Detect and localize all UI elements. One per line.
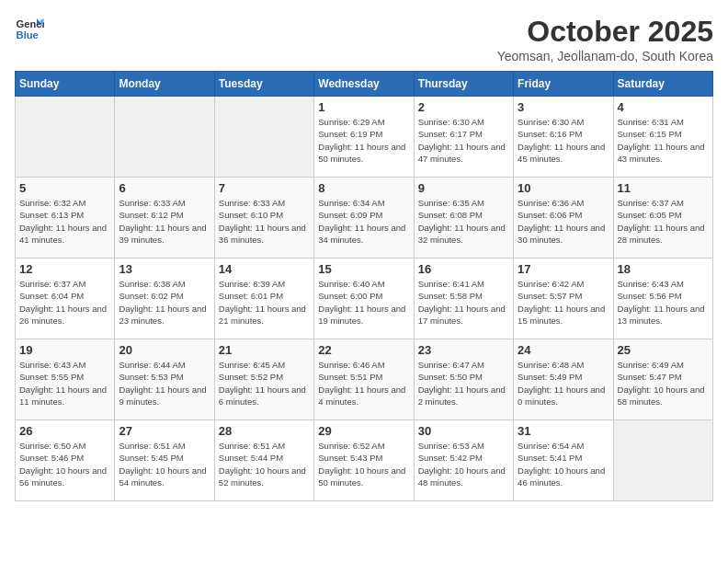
day-number: 3: [518, 100, 609, 114]
calendar-cell: 22Sunrise: 6:46 AMSunset: 5:51 PMDayligh…: [314, 339, 414, 420]
day-info: Sunrise: 6:33 AMSunset: 6:10 PMDaylight:…: [219, 197, 310, 246]
calendar-cell: 7Sunrise: 6:33 AMSunset: 6:10 PMDaylight…: [214, 178, 313, 259]
day-info: Sunrise: 6:48 AMSunset: 5:49 PMDaylight:…: [518, 359, 609, 408]
day-info: Sunrise: 6:37 AMSunset: 6:05 PMDaylight:…: [618, 197, 709, 246]
day-number: 11: [618, 181, 709, 195]
day-number: 28: [219, 424, 310, 438]
logo-icon: General Blue: [15, 15, 44, 44]
title-block: October 2025 Yeomsan, Jeollanam-do, Sout…: [497, 15, 713, 63]
page-header: General Blue October 2025 Yeomsan, Jeoll…: [15, 15, 713, 63]
weekday-header-friday: Friday: [514, 72, 613, 97]
day-info: Sunrise: 6:45 AMSunset: 5:52 PMDaylight:…: [219, 359, 310, 408]
day-info: Sunrise: 6:39 AMSunset: 6:01 PMDaylight:…: [219, 278, 310, 327]
day-number: 5: [19, 181, 110, 195]
day-info: Sunrise: 6:40 AMSunset: 6:00 PMDaylight:…: [318, 278, 409, 327]
day-number: 24: [518, 343, 609, 357]
day-info: Sunrise: 6:38 AMSunset: 6:02 PMDaylight:…: [119, 278, 210, 327]
day-number: 12: [19, 262, 110, 276]
calendar-cell: 15Sunrise: 6:40 AMSunset: 6:00 PMDayligh…: [314, 259, 414, 339]
calendar-table: SundayMondayTuesdayWednesdayThursdayFrid…: [15, 71, 713, 501]
day-number: 27: [119, 424, 210, 438]
day-number: 8: [318, 181, 409, 195]
calendar-cell: 5Sunrise: 6:32 AMSunset: 6:13 PMDaylight…: [16, 178, 115, 259]
calendar-cell: 25Sunrise: 6:49 AMSunset: 5:47 PMDayligh…: [613, 339, 712, 420]
calendar-cell: 30Sunrise: 6:53 AMSunset: 5:42 PMDayligh…: [414, 420, 513, 501]
calendar-cell: 20Sunrise: 6:44 AMSunset: 5:53 PMDayligh…: [115, 339, 214, 420]
day-info: Sunrise: 6:36 AMSunset: 6:06 PMDaylight:…: [518, 197, 609, 246]
day-number: 1: [318, 100, 409, 114]
day-number: 21: [219, 343, 310, 357]
day-number: 16: [418, 262, 509, 276]
day-info: Sunrise: 6:43 AMSunset: 5:55 PMDaylight:…: [19, 359, 110, 408]
day-number: 6: [119, 181, 210, 195]
day-info: Sunrise: 6:34 AMSunset: 6:09 PMDaylight:…: [318, 197, 409, 246]
logo: General Blue: [15, 15, 44, 44]
weekday-header-monday: Monday: [115, 72, 214, 97]
day-info: Sunrise: 6:31 AMSunset: 6:15 PMDaylight:…: [618, 116, 709, 165]
day-number: 2: [418, 100, 509, 114]
day-info: Sunrise: 6:46 AMSunset: 5:51 PMDaylight:…: [318, 359, 409, 408]
weekday-header-tuesday: Tuesday: [214, 72, 313, 97]
day-number: 9: [418, 181, 509, 195]
calendar-cell: 16Sunrise: 6:41 AMSunset: 5:58 PMDayligh…: [414, 259, 513, 339]
calendar-cell: 6Sunrise: 6:33 AMSunset: 6:12 PMDaylight…: [115, 178, 214, 259]
weekday-header-sunday: Sunday: [16, 72, 115, 97]
day-info: Sunrise: 6:30 AMSunset: 6:16 PMDaylight:…: [518, 116, 609, 165]
calendar-cell: 17Sunrise: 6:42 AMSunset: 5:57 PMDayligh…: [514, 259, 613, 339]
day-number: 26: [19, 424, 110, 438]
day-info: Sunrise: 6:33 AMSunset: 6:12 PMDaylight:…: [119, 197, 210, 246]
calendar-cell: 31Sunrise: 6:54 AMSunset: 5:41 PMDayligh…: [514, 420, 613, 501]
location-subtitle: Yeomsan, Jeollanam-do, South Korea: [497, 49, 713, 63]
day-info: Sunrise: 6:41 AMSunset: 5:58 PMDaylight:…: [418, 278, 509, 327]
day-info: Sunrise: 6:51 AMSunset: 5:44 PMDaylight:…: [219, 440, 310, 488]
day-number: 15: [318, 262, 409, 276]
day-info: Sunrise: 6:51 AMSunset: 5:45 PMDaylight:…: [119, 440, 210, 488]
day-number: 14: [219, 262, 310, 276]
weekday-header-wednesday: Wednesday: [314, 72, 414, 97]
calendar-cell: 1Sunrise: 6:29 AMSunset: 6:19 PMDaylight…: [314, 97, 414, 178]
calendar-cell: 8Sunrise: 6:34 AMSunset: 6:09 PMDaylight…: [314, 178, 414, 259]
day-number: 20: [119, 343, 210, 357]
calendar-cell: 18Sunrise: 6:43 AMSunset: 5:56 PMDayligh…: [613, 259, 712, 339]
day-info: Sunrise: 6:29 AMSunset: 6:19 PMDaylight:…: [318, 116, 409, 165]
day-number: 18: [618, 262, 709, 276]
calendar-cell: 29Sunrise: 6:52 AMSunset: 5:43 PMDayligh…: [314, 420, 414, 501]
day-info: Sunrise: 6:30 AMSunset: 6:17 PMDaylight:…: [418, 116, 509, 165]
day-info: Sunrise: 6:49 AMSunset: 5:47 PMDaylight:…: [618, 359, 709, 408]
day-number: 13: [119, 262, 210, 276]
calendar-cell: [115, 97, 214, 178]
day-info: Sunrise: 6:54 AMSunset: 5:41 PMDaylight:…: [518, 440, 609, 488]
calendar-cell: 28Sunrise: 6:51 AMSunset: 5:44 PMDayligh…: [214, 420, 313, 501]
day-number: 25: [618, 343, 709, 357]
day-number: 23: [418, 343, 509, 357]
month-title: October 2025: [497, 15, 713, 49]
day-number: 22: [318, 343, 409, 357]
calendar-cell: 3Sunrise: 6:30 AMSunset: 6:16 PMDaylight…: [514, 97, 613, 178]
calendar-cell: 14Sunrise: 6:39 AMSunset: 6:01 PMDayligh…: [214, 259, 313, 339]
calendar-cell: 24Sunrise: 6:48 AMSunset: 5:49 PMDayligh…: [514, 339, 613, 420]
calendar-cell: 9Sunrise: 6:35 AMSunset: 6:08 PMDaylight…: [414, 178, 513, 259]
weekday-header-thursday: Thursday: [414, 72, 513, 97]
calendar-cell: [214, 97, 313, 178]
day-info: Sunrise: 6:37 AMSunset: 6:04 PMDaylight:…: [19, 278, 110, 327]
day-number: 29: [318, 424, 409, 438]
day-info: Sunrise: 6:43 AMSunset: 5:56 PMDaylight:…: [618, 278, 709, 327]
calendar-cell: 10Sunrise: 6:36 AMSunset: 6:06 PMDayligh…: [514, 178, 613, 259]
day-info: Sunrise: 6:44 AMSunset: 5:53 PMDaylight:…: [119, 359, 210, 408]
calendar-cell: 19Sunrise: 6:43 AMSunset: 5:55 PMDayligh…: [16, 339, 115, 420]
day-number: 17: [518, 262, 609, 276]
day-info: Sunrise: 6:47 AMSunset: 5:50 PMDaylight:…: [418, 359, 509, 408]
day-info: Sunrise: 6:50 AMSunset: 5:46 PMDaylight:…: [19, 440, 110, 488]
day-number: 7: [219, 181, 310, 195]
day-info: Sunrise: 6:35 AMSunset: 6:08 PMDaylight:…: [418, 197, 509, 246]
calendar-cell: 26Sunrise: 6:50 AMSunset: 5:46 PMDayligh…: [16, 420, 115, 501]
day-number: 31: [518, 424, 609, 438]
calendar-cell: 11Sunrise: 6:37 AMSunset: 6:05 PMDayligh…: [613, 178, 712, 259]
calendar-cell: 2Sunrise: 6:30 AMSunset: 6:17 PMDaylight…: [414, 97, 513, 178]
day-number: 30: [418, 424, 509, 438]
calendar-cell: 12Sunrise: 6:37 AMSunset: 6:04 PMDayligh…: [16, 259, 115, 339]
day-number: 19: [19, 343, 110, 357]
svg-text:Blue: Blue: [17, 29, 39, 40]
weekday-header-saturday: Saturday: [613, 72, 712, 97]
day-info: Sunrise: 6:53 AMSunset: 5:42 PMDaylight:…: [418, 440, 509, 488]
